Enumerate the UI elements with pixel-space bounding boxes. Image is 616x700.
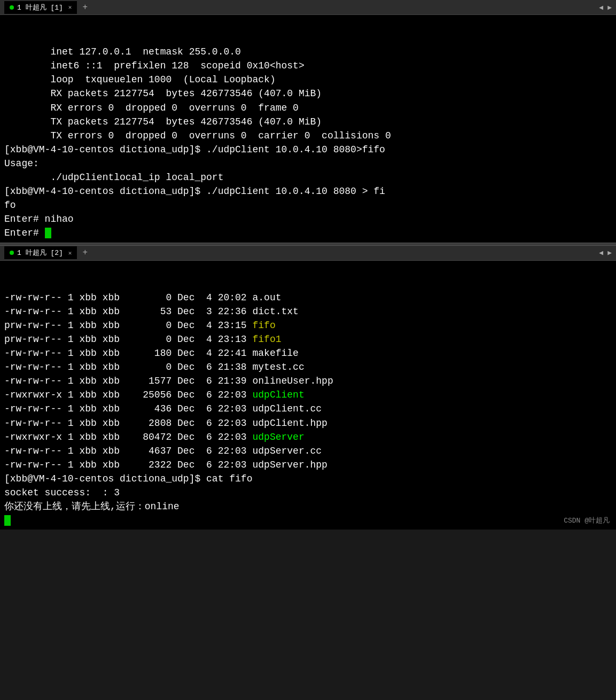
tab-indicator-1 (10, 5, 14, 10)
terminal-line: TX errors 0 dropped 0 overruns 0 carrier… (0, 129, 616, 143)
terminal-line: -rw-rw-r-- 1 xbb xbb 4637 Dec 6 22:03 ud… (0, 444, 616, 458)
terminal-line: -rw-rw-r-- 1 xbb xbb 2322 Dec 6 22:03 ud… (0, 458, 616, 472)
terminal-line (0, 514, 616, 527)
terminal-line: [xbb@VM-4-10-centos dictiona_udp]$ ./udp… (0, 184, 616, 198)
terminal-line: -rw-rw-r-- 1 xbb xbb 53 Dec 3 22:36 dict… (0, 305, 616, 318)
terminal-line: [xbb@VM-4-10-centos dictiona_udp]$ cat f… (0, 472, 616, 486)
terminal-line: inet6 ::1 prefixlen 128 scopeid 0x10<hos… (0, 59, 616, 73)
tab-close-2[interactable]: ✕ (68, 250, 72, 256)
terminal-line: Enter# nihao (0, 212, 616, 226)
terminal-line: -rw-rw-r-- 1 xbb xbb 2808 Dec 6 22:03 ud… (0, 416, 616, 430)
terminal-line: fo (0, 198, 616, 212)
terminal-output-2: -rw-rw-r-- 1 xbb xbb 0 Dec 4 20:02 a.out… (0, 261, 616, 530)
terminal-output-1: inet 127.0.0.1 netmask 255.0.0.0 inet6 :… (0, 15, 616, 243)
terminal-line: 你还没有上线，请先上线,运行：online (0, 500, 616, 514)
titlebar-controls-1: ◀ ▶ (599, 3, 612, 12)
tab-label-2: 1 叶超凡 [2] (17, 248, 63, 258)
nav-next-1[interactable]: ▶ (607, 3, 612, 12)
tab-indicator-2 (10, 251, 14, 255)
terminal-line: socket success: : 3 (0, 486, 616, 500)
terminal-line: -rw-rw-r-- 1 xbb xbb 0 Dec 6 21:38 mytes… (0, 360, 616, 374)
new-tab-button-2[interactable]: + (79, 248, 91, 258)
nav-prev-2[interactable]: ◀ (599, 248, 603, 257)
tab-2[interactable]: 1 叶超凡 [2] ✕ (4, 246, 77, 259)
nav-prev-1[interactable]: ◀ (599, 3, 603, 12)
terminal-line: -rw-rw-r-- 1 xbb xbb 1577 Dec 6 21:39 on… (0, 374, 616, 388)
terminal-line: ./udpClientlocal_ip local_port (0, 170, 616, 184)
terminal-line: RX errors 0 dropped 0 overruns 0 frame 0 (0, 101, 616, 115)
terminal-app: 1 叶超凡 [1] ✕ + ◀ ▶ inet 127.0.0.1 netmask… (0, 0, 616, 530)
tab-label-1: 1 叶超凡 [1] (17, 3, 63, 12)
terminal-line: -rw-rw-r-- 1 xbb xbb 0 Dec 4 20:02 a.out (0, 291, 616, 305)
terminal-line: Enter# (0, 226, 616, 240)
tab-close-1[interactable]: ✕ (68, 4, 72, 11)
terminal-line: prw-rw-r-- 1 xbb xbb 0 Dec 4 23:15 fifo (0, 318, 616, 332)
terminal-line: prw-rw-r-- 1 xbb xbb 0 Dec 4 23:13 fifo1 (0, 332, 616, 346)
terminal-line: Usage: (0, 157, 616, 170)
terminal-line: [xbb@VM-4-10-centos dictiona_udp]$ ./udp… (0, 143, 616, 157)
terminal-line: -rw-rw-r-- 1 xbb xbb 436 Dec 6 22:03 udp… (0, 402, 616, 416)
terminal-line: -rwxrwxr-x 1 xbb xbb 80472 Dec 6 22:03 u… (0, 430, 616, 444)
terminal-line: inet 127.0.0.1 netmask 255.0.0.0 (0, 45, 616, 59)
new-tab-button-1[interactable]: + (79, 3, 91, 12)
terminal-line: loop txqueuelen 1000 (Local Loopback) (0, 73, 616, 87)
titlebar-controls-2: ◀ ▶ (599, 248, 612, 257)
terminal-window-1: 1 叶超凡 [1] ✕ + ◀ ▶ inet 127.0.0.1 netmask… (0, 0, 616, 243)
terminal-line: RX packets 2127754 bytes 426773546 (407.… (0, 87, 616, 100)
terminal-line: TX packets 2127754 bytes 426773546 (407.… (0, 115, 616, 129)
terminal-cursor (4, 515, 11, 526)
watermark: CSDN @叶超凡 (564, 516, 610, 525)
terminal-cursor (45, 228, 51, 238)
terminal-line: -rwxrwxr-x 1 xbb xbb 25056 Dec 6 22:03 u… (0, 388, 616, 402)
terminal-line: -rw-rw-r-- 1 xbb xbb 180 Dec 4 22:41 mak… (0, 346, 616, 360)
tab-1[interactable]: 1 叶超凡 [1] ✕ (4, 1, 77, 14)
nav-next-2[interactable]: ▶ (607, 248, 612, 257)
titlebar-2: 1 叶超凡 [2] ✕ + ◀ ▶ (0, 246, 616, 261)
titlebar-1: 1 叶超凡 [1] ✕ + ◀ ▶ (0, 0, 616, 15)
terminal-window-2: 1 叶超凡 [2] ✕ + ◀ ▶ -rw-rw-r-- 1 xbb xbb 0… (0, 246, 616, 530)
